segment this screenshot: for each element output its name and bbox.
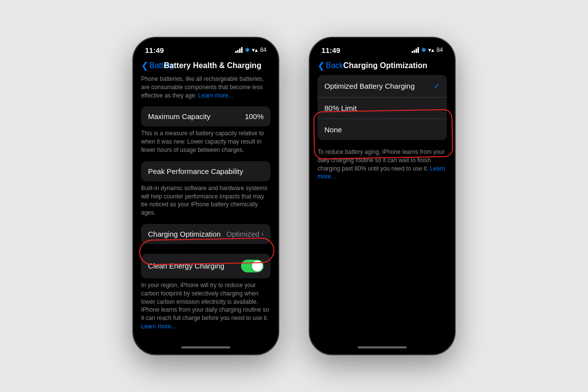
intro-text-left: Phone batteries, like all rechargeable b…	[141, 75, 270, 99]
battery-left: 84	[260, 47, 267, 53]
nav-bar-left: ❮ Battery Battery Health & Charging	[133, 59, 278, 75]
signal-bar-1	[235, 51, 237, 53]
charging-optimization-item[interactable]: Charging Optimization Optimized ›	[141, 224, 270, 244]
option-optimized-checkmark: ✓	[434, 81, 440, 91]
learn-more-right[interactable]: Learn more...	[318, 165, 445, 180]
clean-energy-label: Clean Energy Charging	[148, 262, 224, 270]
phone-right: 11:49 ✱ ▾▴ 84 ❮ Back Chargin	[309, 37, 456, 355]
phone-left: 11:49 ✱ ▾▴ 84 ❮ Battery Batt	[132, 37, 279, 355]
charging-optimization-value: Optimized ›	[226, 230, 264, 238]
back-chevron-left: ❮	[141, 61, 148, 70]
signal-bar-4	[241, 47, 243, 53]
status-bar-left: 11:49 ✱ ▾▴ 84	[133, 38, 278, 59]
phone-right-screen: 11:49 ✱ ▾▴ 84 ❮ Back Chargin	[310, 38, 455, 354]
max-capacity-value: 100%	[245, 112, 264, 121]
signal-bar-r3	[416, 49, 417, 53]
option-optimized-label: Optimized Battery Charging	[324, 82, 415, 90]
home-bar-right	[358, 346, 407, 348]
signal-bar-3	[239, 49, 241, 53]
battery-right: 84	[437, 47, 443, 53]
toggle-knob	[252, 261, 263, 271]
option-optimized[interactable]: Optimized Battery Charging ✓	[318, 75, 447, 98]
wifi-icon-right: ▾▴	[428, 47, 434, 53]
charging-optimization-status: Optimized	[226, 230, 260, 238]
signal-bar-r1	[412, 51, 413, 53]
peak-performance-description: Built-in dynamic software and hardware s…	[141, 184, 270, 217]
peak-performance-item: Peak Performance Capability	[141, 161, 270, 181]
charging-optimization-label: Charging Optimization	[148, 230, 220, 238]
phone-left-screen: 11:49 ✱ ▾▴ 84 ❮ Battery Batt	[133, 38, 278, 354]
peak-performance-row: Peak Performance Capability	[141, 161, 270, 181]
signal-bar-r2	[414, 50, 415, 53]
clean-energy-description: In your region, iPhone will try to reduc…	[141, 281, 270, 331]
option-none-label: None	[324, 125, 342, 134]
status-time-right: 11:49	[321, 46, 340, 54]
signal-bars-left	[235, 47, 243, 53]
signal-bars-right	[412, 47, 419, 53]
learn-more-intro[interactable]: Learn more...	[198, 92, 233, 99]
home-indicator-right	[310, 341, 455, 354]
clean-energy-row: Clean Energy Charging	[141, 254, 270, 278]
screen-content-left[interactable]: Phone batteries, like all rechargeable b…	[133, 75, 278, 341]
status-bar-right: 11:49 ✱ ▾▴ 84	[310, 38, 455, 59]
bluetooth-icon-right: ✱	[421, 47, 426, 53]
peak-performance-label: Peak Performance Capability	[148, 167, 243, 175]
capacity-description: This is a measure of battery capacity re…	[141, 129, 270, 154]
status-time-left: 11:49	[145, 46, 164, 54]
charging-optimization-chevron: ›	[261, 230, 264, 238]
nav-title-left: Battery Health & Charging	[155, 61, 270, 70]
max-capacity-label: Maximum Capacity	[148, 112, 211, 121]
signal-bar-r4	[417, 47, 419, 53]
option-80-limit[interactable]: 80% Limit	[318, 98, 447, 119]
max-capacity-row: Maximum Capacity 100%	[141, 106, 270, 126]
home-bar-left	[181, 346, 230, 348]
status-icons-right: ✱ ▾▴ 84	[412, 47, 443, 53]
nav-bar-right: ❮ Back Charging Optimization	[310, 59, 455, 75]
status-icons-left: ✱ ▾▴ 84	[235, 47, 267, 53]
nav-title-right: Charging Optimization	[324, 61, 447, 70]
screen-content-right[interactable]: Optimized Battery Charging ✓ 80% Limit N…	[310, 75, 455, 341]
wifi-icon-left: ▾▴	[252, 47, 258, 53]
max-capacity-item: Maximum Capacity 100%	[141, 106, 270, 126]
option-none[interactable]: None	[318, 119, 447, 140]
option-80-label: 80% Limit	[324, 104, 357, 112]
clean-energy-toggle[interactable]	[241, 260, 264, 272]
charging-options-list: Optimized Battery Charging ✓ 80% Limit N…	[318, 75, 447, 140]
home-indicator-left	[133, 341, 278, 354]
clean-energy-item: Clean Energy Charging	[141, 254, 270, 278]
bluetooth-icon-left: ✱	[245, 47, 249, 53]
charging-optimization-description: To reduce battery aging, iPhone learns f…	[318, 148, 447, 181]
charging-optimization-row[interactable]: Charging Optimization Optimized ›	[141, 224, 270, 244]
learn-more-clean-energy[interactable]: Learn more...	[141, 323, 176, 330]
signal-bar-2	[237, 50, 239, 53]
